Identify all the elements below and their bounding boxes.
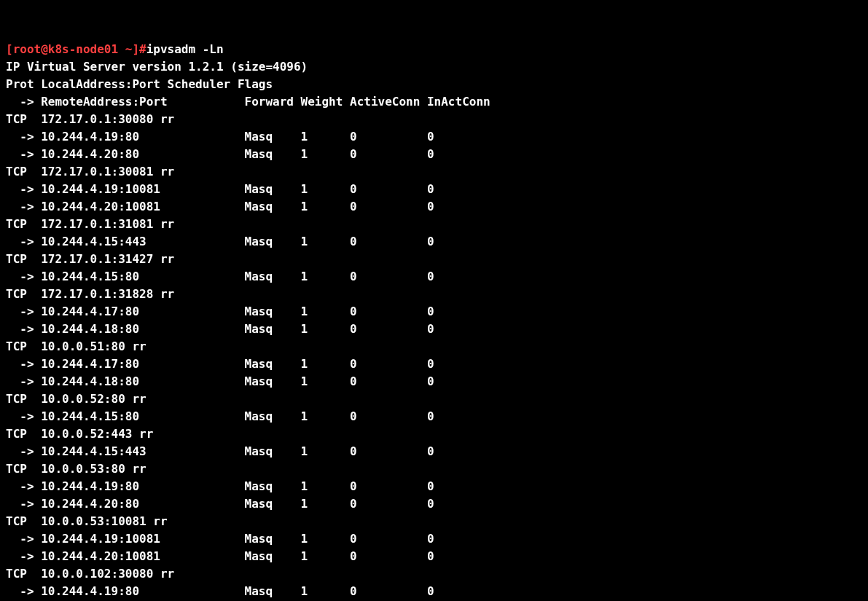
prompt-bracket-close: ]# [132, 42, 146, 56]
prompt-user-host: root@k8s-node01 ~ [13, 42, 133, 56]
ipvs-header-line-2: -> RemoteAddress:Port Forward Weight Act… [6, 95, 490, 109]
command-text[interactable]: ipvsadm -Ln [146, 42, 224, 56]
ipvs-service-list: TCP 172.17.0.1:30080 rr -> 10.244.4.19:8… [6, 112, 434, 598]
ipvs-header-line-1: Prot LocalAddress:Port Scheduler Flags [6, 77, 273, 91]
prompt-bracket-open: [ [6, 42, 13, 56]
ipvs-version-line: IP Virtual Server version 1.2.1 (size=40… [6, 60, 308, 74]
terminal-output: [root@k8s-node01 ~]#ipvsadm -Ln IP Virtu… [6, 41, 862, 600]
